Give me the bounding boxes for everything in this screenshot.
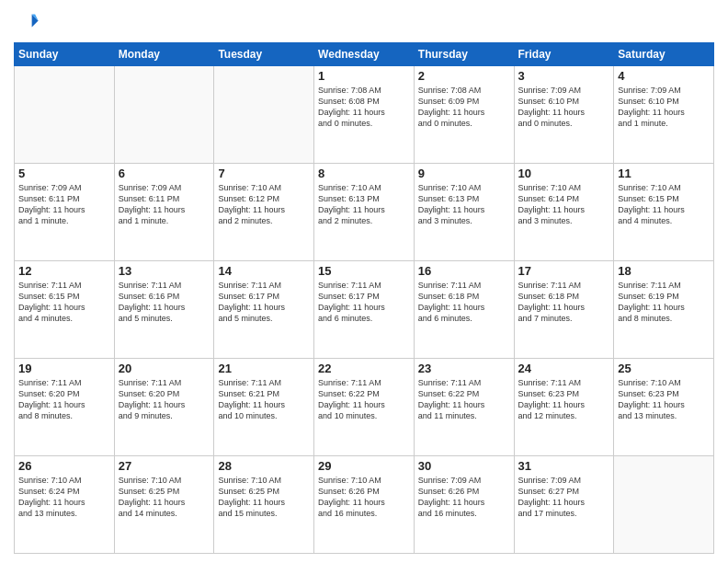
day-number: 9 <box>418 167 510 180</box>
day-info: Sunrise: 7:09 AM Sunset: 6:10 PM Dayligh… <box>518 85 610 130</box>
day-number: 19 <box>18 362 110 375</box>
day-cell: 31Sunrise: 7:09 AM Sunset: 6:27 PM Dayli… <box>514 456 614 554</box>
day-info: Sunrise: 7:11 AM Sunset: 6:17 PM Dayligh… <box>218 280 310 325</box>
day-number: 6 <box>119 167 210 180</box>
day-cell: 22Sunrise: 7:11 AM Sunset: 6:22 PM Dayli… <box>314 359 415 456</box>
day-number: 8 <box>318 167 410 180</box>
day-cell <box>614 456 714 554</box>
day-info: Sunrise: 7:10 AM Sunset: 6:23 PM Dayligh… <box>618 377 710 422</box>
day-info: Sunrise: 7:09 AM Sunset: 6:11 PM Dayligh… <box>18 182 110 227</box>
day-cell: 2Sunrise: 7:08 AM Sunset: 6:09 PM Daylig… <box>414 66 514 164</box>
day-cell: 29Sunrise: 7:10 AM Sunset: 6:26 PM Dayli… <box>314 456 415 554</box>
day-info: Sunrise: 7:10 AM Sunset: 6:13 PM Dayligh… <box>418 182 510 227</box>
day-info: Sunrise: 7:10 AM Sunset: 6:26 PM Dayligh… <box>318 475 410 520</box>
day-number: 4 <box>618 69 710 83</box>
day-cell: 27Sunrise: 7:10 AM Sunset: 6:25 PM Dayli… <box>114 456 214 554</box>
day-cell: 18Sunrise: 7:11 AM Sunset: 6:19 PM Dayli… <box>614 261 714 359</box>
day-number: 2 <box>418 69 510 83</box>
day-number: 27 <box>119 459 210 473</box>
day-info: Sunrise: 7:09 AM Sunset: 6:11 PM Dayligh… <box>119 182 210 227</box>
day-number: 17 <box>518 264 610 278</box>
day-header-thursday: Thursday <box>414 43 514 66</box>
week-row-3: 19Sunrise: 7:11 AM Sunset: 6:20 PM Dayli… <box>15 359 714 456</box>
day-info: Sunrise: 7:09 AM Sunset: 6:27 PM Dayligh… <box>518 475 610 520</box>
day-info: Sunrise: 7:10 AM Sunset: 6:12 PM Dayligh… <box>218 182 310 227</box>
logo <box>14 9 43 35</box>
day-header-monday: Monday <box>114 43 214 66</box>
day-header-friday: Friday <box>514 43 614 66</box>
day-info: Sunrise: 7:10 AM Sunset: 6:25 PM Dayligh… <box>218 475 310 520</box>
day-info: Sunrise: 7:08 AM Sunset: 6:09 PM Dayligh… <box>418 85 510 130</box>
day-cell: 25Sunrise: 7:10 AM Sunset: 6:23 PM Dayli… <box>614 359 714 456</box>
logo-icon <box>14 9 40 35</box>
day-cell: 15Sunrise: 7:11 AM Sunset: 6:17 PM Dayli… <box>314 261 415 359</box>
day-info: Sunrise: 7:11 AM Sunset: 6:21 PM Dayligh… <box>218 377 310 422</box>
day-number: 11 <box>618 167 710 180</box>
day-number: 14 <box>218 264 310 278</box>
week-row-0: 1Sunrise: 7:08 AM Sunset: 6:08 PM Daylig… <box>15 66 714 164</box>
day-info: Sunrise: 7:11 AM Sunset: 6:19 PM Dayligh… <box>618 280 710 325</box>
day-info: Sunrise: 7:10 AM Sunset: 6:13 PM Dayligh… <box>318 182 410 227</box>
day-info: Sunrise: 7:09 AM Sunset: 6:26 PM Dayligh… <box>418 475 510 520</box>
day-cell: 14Sunrise: 7:11 AM Sunset: 6:17 PM Dayli… <box>214 261 314 359</box>
day-cell: 17Sunrise: 7:11 AM Sunset: 6:18 PM Dayli… <box>514 261 614 359</box>
day-cell: 3Sunrise: 7:09 AM Sunset: 6:10 PM Daylig… <box>514 66 614 164</box>
day-cell: 13Sunrise: 7:11 AM Sunset: 6:16 PM Dayli… <box>114 261 214 359</box>
day-number: 30 <box>418 459 510 473</box>
day-number: 31 <box>518 459 610 473</box>
day-number: 25 <box>618 362 710 375</box>
day-cell: 16Sunrise: 7:11 AM Sunset: 6:18 PM Dayli… <box>414 261 514 359</box>
day-info: Sunrise: 7:11 AM Sunset: 6:23 PM Dayligh… <box>518 377 610 422</box>
day-info: Sunrise: 7:10 AM Sunset: 6:14 PM Dayligh… <box>518 182 610 227</box>
day-cell: 6Sunrise: 7:09 AM Sunset: 6:11 PM Daylig… <box>114 164 214 261</box>
day-header-saturday: Saturday <box>614 43 714 66</box>
day-info: Sunrise: 7:11 AM Sunset: 6:22 PM Dayligh… <box>418 377 510 422</box>
day-number: 10 <box>518 167 610 180</box>
day-number: 18 <box>618 264 710 278</box>
day-cell: 30Sunrise: 7:09 AM Sunset: 6:26 PM Dayli… <box>414 456 514 554</box>
day-info: Sunrise: 7:11 AM Sunset: 6:20 PM Dayligh… <box>18 377 110 422</box>
day-cell: 21Sunrise: 7:11 AM Sunset: 6:21 PM Dayli… <box>214 359 314 456</box>
day-info: Sunrise: 7:11 AM Sunset: 6:18 PM Dayligh… <box>518 280 610 325</box>
day-cell: 8Sunrise: 7:10 AM Sunset: 6:13 PM Daylig… <box>314 164 415 261</box>
day-info: Sunrise: 7:10 AM Sunset: 6:25 PM Dayligh… <box>119 475 210 520</box>
day-info: Sunrise: 7:11 AM Sunset: 6:22 PM Dayligh… <box>318 377 410 422</box>
day-cell: 20Sunrise: 7:11 AM Sunset: 6:20 PM Dayli… <box>114 359 214 456</box>
day-header-wednesday: Wednesday <box>314 43 415 66</box>
calendar-header-row: SundayMondayTuesdayWednesdayThursdayFrid… <box>15 43 714 66</box>
day-info: Sunrise: 7:11 AM Sunset: 6:20 PM Dayligh… <box>119 377 210 422</box>
day-info: Sunrise: 7:08 AM Sunset: 6:08 PM Dayligh… <box>318 85 410 130</box>
day-number: 26 <box>18 459 110 473</box>
day-cell <box>15 66 115 164</box>
day-number: 23 <box>418 362 510 375</box>
day-number: 12 <box>18 264 110 278</box>
day-number: 13 <box>119 264 210 278</box>
day-cell: 24Sunrise: 7:11 AM Sunset: 6:23 PM Dayli… <box>514 359 614 456</box>
day-number: 16 <box>418 264 510 278</box>
day-cell: 9Sunrise: 7:10 AM Sunset: 6:13 PM Daylig… <box>414 164 514 261</box>
day-cell: 10Sunrise: 7:10 AM Sunset: 6:14 PM Dayli… <box>514 164 614 261</box>
day-number: 22 <box>318 362 410 375</box>
day-info: Sunrise: 7:10 AM Sunset: 6:15 PM Dayligh… <box>618 182 710 227</box>
day-header-sunday: Sunday <box>15 43 115 66</box>
page: SundayMondayTuesdayWednesdayThursdayFrid… <box>0 0 728 563</box>
day-info: Sunrise: 7:11 AM Sunset: 6:16 PM Dayligh… <box>119 280 210 325</box>
day-header-tuesday: Tuesday <box>214 43 314 66</box>
day-cell: 28Sunrise: 7:10 AM Sunset: 6:25 PM Dayli… <box>214 456 314 554</box>
day-info: Sunrise: 7:11 AM Sunset: 6:18 PM Dayligh… <box>418 280 510 325</box>
day-info: Sunrise: 7:09 AM Sunset: 6:10 PM Dayligh… <box>618 85 710 130</box>
day-number: 29 <box>318 459 410 473</box>
header <box>14 9 714 35</box>
calendar-table: SundayMondayTuesdayWednesdayThursdayFrid… <box>14 42 714 554</box>
day-number: 21 <box>218 362 310 375</box>
day-cell: 23Sunrise: 7:11 AM Sunset: 6:22 PM Dayli… <box>414 359 514 456</box>
day-cell: 4Sunrise: 7:09 AM Sunset: 6:10 PM Daylig… <box>614 66 714 164</box>
day-cell: 26Sunrise: 7:10 AM Sunset: 6:24 PM Dayli… <box>15 456 115 554</box>
day-info: Sunrise: 7:11 AM Sunset: 6:17 PM Dayligh… <box>318 280 410 325</box>
day-number: 24 <box>518 362 610 375</box>
day-info: Sunrise: 7:11 AM Sunset: 6:15 PM Dayligh… <box>18 280 110 325</box>
week-row-2: 12Sunrise: 7:11 AM Sunset: 6:15 PM Dayli… <box>15 261 714 359</box>
day-cell: 1Sunrise: 7:08 AM Sunset: 6:08 PM Daylig… <box>314 66 415 164</box>
day-number: 15 <box>318 264 410 278</box>
day-cell <box>214 66 314 164</box>
